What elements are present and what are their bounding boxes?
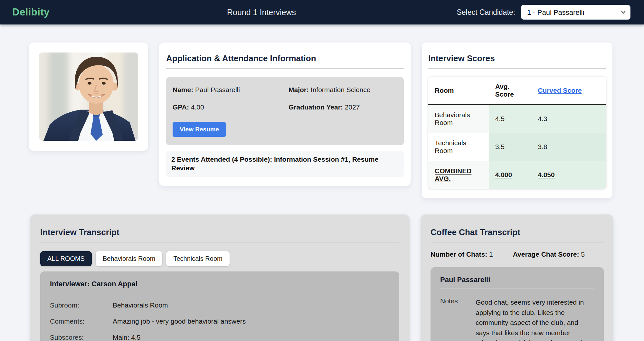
combined-curved: 4.050 [538,171,555,178]
number-of-chats-value: 1 [489,251,493,258]
avg-score: 3.5 [489,133,531,161]
average-chat-score: Average Chat Score: 5 [513,251,585,258]
interviewer-card: Interviewer: Carson Appel Subroom: Behav… [40,271,399,341]
field-grad-year: Graduation Year: 2027 [289,103,397,111]
score-row-combined: COMBINED AVG. 4.000 4.050 [428,161,606,189]
room-name: Technicals Room [428,133,489,161]
column-room: Room [428,77,489,105]
app-logo: Delibity [12,6,50,18]
comments-label: Comments: [50,317,113,325]
interview-scores-title: Interview Scores [428,53,606,69]
comments-row: Comments: Amazing job - very good behavi… [50,317,390,325]
average-chat-score-value: 5 [581,251,585,258]
view-resume-button[interactable]: View Resume [173,122,226,137]
average-chat-score-label: Average Chat Score: [513,251,579,258]
field-gpa-label: GPA: [173,103,189,111]
subroom-value: Behaviorals Room [113,301,168,309]
events-attended: 2 Events Attended (4 Possible): Informat… [166,151,404,177]
coffee-stats: Number of Chats: 1 Average Chat Score: 5 [431,251,603,258]
candidate-photo-card [29,43,148,151]
notes-row: Notes: Good chat, seems very interested … [440,297,594,341]
subscores-row: Subscores: Main: 4.5 [50,334,390,341]
select-candidate-label: Select Candidate: [457,8,515,17]
scores-table-card: Room Avg. Score Curved Score Behaviorals… [428,77,606,189]
interview-transcript-section: Interview Transcript ALL ROOMS Behaviora… [30,214,410,341]
chat-person-name: Paul Passarelli [440,276,594,289]
subscores-value: Main: 4.5 [113,334,140,341]
field-grad-year-value: 2027 [345,103,360,111]
subroom-label: Subroom: [50,301,113,309]
column-avg-score: Avg. Score [489,77,531,105]
field-gpa: GPA: 4.00 [173,103,289,111]
number-of-chats-label: Number of Chats: [431,251,487,258]
field-name-value: Paul Passarelli [195,86,240,93]
field-major: Major: Information Science [289,86,397,94]
notes-value: Good chat, seems very interested in appl… [476,297,585,341]
avg-score: 4.5 [489,105,531,133]
field-major-label: Major: [289,86,309,93]
subroom-row: Subroom: Behaviorals Room [50,301,390,309]
chat-card: Paul Passarelli Notes: Good chat, seems … [431,267,604,341]
curved-score-link[interactable]: Curved Score [538,87,582,94]
tab-behaviorals-room[interactable]: Behaviorals Room [96,251,162,266]
room-tabs: ALL ROOMS Behaviorals Room Technicals Ro… [40,251,399,266]
field-name: Name: Paul Passarelli [173,86,289,94]
combined-label: COMBINED AVG. [435,167,471,182]
application-info-panel: Name: Paul Passarelli Major: Information… [166,77,404,145]
coffee-chat-title: Coffee Chat Transcript [431,227,603,243]
candidate-photo [39,52,138,141]
field-grad-year-label: Graduation Year: [289,103,343,111]
scores-header-row: Room Avg. Score Curved Score [428,77,606,105]
interview-transcript-title: Interview Transcript [40,227,399,243]
interviewer-name: Interviewer: Carson Appel [50,280,390,293]
notes-label: Notes: [440,297,476,341]
scores-table: Room Avg. Score Curved Score Behaviorals… [428,77,606,189]
comments-value: Amazing job - very good behavioral answe… [113,317,246,325]
interview-scores-card: Interview Scores Room Avg. Score Curved … [422,43,612,198]
subscores-label: Subscores: [50,334,113,341]
curved-score: 4.3 [531,105,606,133]
room-name: Behaviorals Room [428,105,489,133]
page-title: Round 1 Interviews [227,8,296,17]
combined-avg: 4.000 [495,171,512,178]
coffee-chat-section: Coffee Chat Transcript Number of Chats: … [421,214,613,341]
navbar: Delibity Round 1 Interviews Select Candi… [0,0,644,24]
field-major-value: Information Science [311,86,371,93]
score-row-behaviorals: Behaviorals Room 4.5 4.3 [428,105,606,133]
candidate-selector-group: Select Candidate: 1 - Paul Passarelli [457,5,630,20]
tab-technicals-room[interactable]: Technicals Room [166,251,229,266]
application-card-title: Application & Attendance Information [166,53,404,69]
number-of-chats: Number of Chats: 1 [431,251,493,258]
field-name-label: Name: [173,86,193,93]
candidate-select[interactable]: 1 - Paul Passarelli [521,5,630,20]
curved-score: 3.8 [531,133,606,161]
score-row-technicals: Technicals Room 3.5 3.8 [428,133,606,161]
application-card: Application & Attendance Information Nam… [159,43,411,186]
field-gpa-value: 4.00 [191,103,204,111]
tab-all-rooms[interactable]: ALL ROOMS [40,251,92,266]
